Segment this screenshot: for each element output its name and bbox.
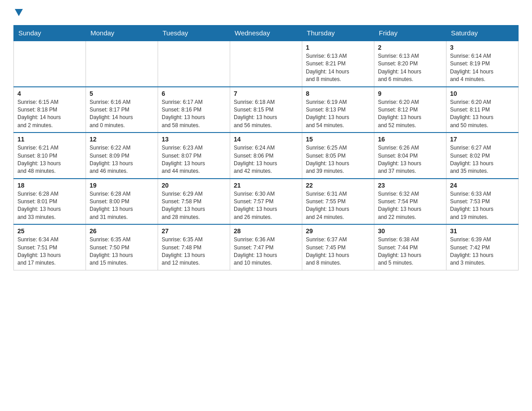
day-number: 28: [234, 227, 298, 235]
day-info: Sunrise: 6:19 AM Sunset: 8:13 PM Dayligh…: [306, 99, 349, 128]
day-info: Sunrise: 6:23 AM Sunset: 8:07 PM Dayligh…: [162, 145, 205, 174]
weekday-header-saturday: Saturday: [446, 26, 519, 41]
day-number: 26: [90, 227, 154, 235]
day-info: Sunrise: 6:27 AM Sunset: 8:02 PM Dayligh…: [450, 145, 493, 174]
calendar-cell: 1Sunrise: 6:13 AM Sunset: 8:21 PM Daylig…: [302, 41, 374, 87]
calendar-week-5: 25Sunrise: 6:34 AM Sunset: 7:51 PM Dayli…: [14, 224, 519, 270]
day-info: Sunrise: 6:26 AM Sunset: 8:04 PM Dayligh…: [378, 145, 421, 174]
day-info: Sunrise: 6:35 AM Sunset: 7:50 PM Dayligh…: [90, 236, 133, 266]
day-info: Sunrise: 6:28 AM Sunset: 8:01 PM Dayligh…: [17, 191, 61, 220]
day-info: Sunrise: 6:25 AM Sunset: 8:05 PM Dayligh…: [306, 145, 349, 174]
calendar-week-2: 4Sunrise: 6:15 AM Sunset: 8:18 PM Daylig…: [14, 87, 519, 133]
day-info: Sunrise: 6:36 AM Sunset: 7:47 PM Dayligh…: [234, 236, 277, 266]
calendar-cell: 8Sunrise: 6:19 AM Sunset: 8:13 PM Daylig…: [302, 87, 374, 133]
day-number: 9: [378, 90, 442, 97]
calendar-cell: 28Sunrise: 6:36 AM Sunset: 7:47 PM Dayli…: [230, 224, 302, 270]
day-number: 4: [17, 90, 82, 97]
day-number: 12: [90, 136, 154, 143]
calendar-table: SundayMondayTuesdayWednesdayThursdayFrid…: [13, 25, 519, 270]
day-info: Sunrise: 6:15 AM Sunset: 8:18 PM Dayligh…: [17, 99, 61, 128]
calendar-cell: [86, 41, 158, 87]
calendar-cell: [230, 41, 302, 87]
day-number: 8: [306, 90, 370, 97]
calendar-cell: [158, 41, 230, 87]
day-number: 1: [306, 44, 370, 51]
calendar-cell: 2Sunrise: 6:13 AM Sunset: 8:20 PM Daylig…: [374, 41, 446, 87]
day-info: Sunrise: 6:30 AM Sunset: 7:57 PM Dayligh…: [234, 191, 277, 220]
day-info: Sunrise: 6:20 AM Sunset: 8:12 PM Dayligh…: [378, 99, 421, 128]
day-info: Sunrise: 6:32 AM Sunset: 7:54 PM Dayligh…: [378, 191, 421, 220]
day-info: Sunrise: 6:39 AM Sunset: 7:42 PM Dayligh…: [450, 236, 493, 266]
day-info: Sunrise: 6:20 AM Sunset: 8:11 PM Dayligh…: [450, 99, 493, 128]
calendar-cell: 27Sunrise: 6:35 AM Sunset: 7:48 PM Dayli…: [158, 224, 230, 270]
day-info: Sunrise: 6:33 AM Sunset: 7:53 PM Dayligh…: [450, 191, 493, 220]
day-info: Sunrise: 6:17 AM Sunset: 8:16 PM Dayligh…: [162, 99, 205, 128]
day-info: Sunrise: 6:29 AM Sunset: 7:58 PM Dayligh…: [162, 191, 205, 220]
calendar-cell: 30Sunrise: 6:38 AM Sunset: 7:44 PM Dayli…: [374, 224, 446, 270]
weekday-header-wednesday: Wednesday: [230, 26, 302, 41]
logo: [13, 9, 23, 17]
weekday-header-monday: Monday: [86, 26, 158, 41]
day-number: 14: [234, 136, 298, 143]
calendar-header-row: SundayMondayTuesdayWednesdayThursdayFrid…: [14, 26, 519, 41]
day-info: Sunrise: 6:18 AM Sunset: 8:15 PM Dayligh…: [234, 99, 277, 128]
weekday-header-thursday: Thursday: [302, 26, 374, 41]
day-info: Sunrise: 6:37 AM Sunset: 7:45 PM Dayligh…: [306, 236, 349, 266]
calendar-cell: 13Sunrise: 6:23 AM Sunset: 8:07 PM Dayli…: [158, 133, 230, 179]
calendar-cell: 24Sunrise: 6:33 AM Sunset: 7:53 PM Dayli…: [446, 179, 519, 225]
day-number: 23: [378, 182, 442, 189]
calendar-week-4: 18Sunrise: 6:28 AM Sunset: 8:01 PM Dayli…: [14, 179, 519, 225]
page-header: [13, 9, 519, 17]
calendar-cell: 16Sunrise: 6:26 AM Sunset: 8:04 PM Dayli…: [374, 133, 446, 179]
calendar-cell: 26Sunrise: 6:35 AM Sunset: 7:50 PM Dayli…: [86, 224, 158, 270]
calendar-cell: 20Sunrise: 6:29 AM Sunset: 7:58 PM Dayli…: [158, 179, 230, 225]
day-info: Sunrise: 6:21 AM Sunset: 8:10 PM Dayligh…: [17, 145, 61, 174]
calendar-cell: 7Sunrise: 6:18 AM Sunset: 8:15 PM Daylig…: [230, 87, 302, 133]
day-number: 27: [162, 227, 226, 235]
calendar-cell: [14, 41, 86, 87]
day-number: 10: [450, 90, 515, 97]
day-number: 16: [378, 136, 442, 143]
calendar-cell: 25Sunrise: 6:34 AM Sunset: 7:51 PM Dayli…: [14, 224, 86, 270]
day-number: 31: [450, 227, 515, 235]
calendar-cell: 22Sunrise: 6:31 AM Sunset: 7:55 PM Dayli…: [302, 179, 374, 225]
day-info: Sunrise: 6:24 AM Sunset: 8:06 PM Dayligh…: [234, 145, 277, 174]
calendar-week-3: 11Sunrise: 6:21 AM Sunset: 8:10 PM Dayli…: [14, 133, 519, 179]
day-number: 24: [450, 182, 515, 189]
calendar-cell: 17Sunrise: 6:27 AM Sunset: 8:02 PM Dayli…: [446, 133, 519, 179]
day-info: Sunrise: 6:16 AM Sunset: 8:17 PM Dayligh…: [90, 99, 133, 128]
calendar-cell: 12Sunrise: 6:22 AM Sunset: 8:09 PM Dayli…: [86, 133, 158, 179]
day-info: Sunrise: 6:31 AM Sunset: 7:55 PM Dayligh…: [306, 191, 349, 220]
calendar-cell: 9Sunrise: 6:20 AM Sunset: 8:12 PM Daylig…: [374, 87, 446, 133]
day-info: Sunrise: 6:13 AM Sunset: 8:20 PM Dayligh…: [378, 53, 421, 82]
calendar-cell: 29Sunrise: 6:37 AM Sunset: 7:45 PM Dayli…: [302, 224, 374, 270]
calendar-cell: 23Sunrise: 6:32 AM Sunset: 7:54 PM Dayli…: [374, 179, 446, 225]
day-info: Sunrise: 6:35 AM Sunset: 7:48 PM Dayligh…: [162, 236, 205, 266]
day-number: 3: [450, 44, 515, 51]
day-number: 30: [378, 227, 442, 235]
calendar-cell: 3Sunrise: 6:14 AM Sunset: 8:19 PM Daylig…: [446, 41, 519, 87]
calendar-cell: 15Sunrise: 6:25 AM Sunset: 8:05 PM Dayli…: [302, 133, 374, 179]
day-number: 7: [234, 90, 298, 97]
day-number: 25: [17, 227, 82, 235]
day-info: Sunrise: 6:22 AM Sunset: 8:09 PM Dayligh…: [90, 145, 133, 174]
day-number: 6: [162, 90, 226, 97]
day-number: 22: [306, 182, 370, 189]
day-number: 29: [306, 227, 370, 235]
calendar-cell: 11Sunrise: 6:21 AM Sunset: 8:10 PM Dayli…: [14, 133, 86, 179]
day-number: 5: [90, 90, 154, 97]
day-info: Sunrise: 6:34 AM Sunset: 7:51 PM Dayligh…: [17, 236, 61, 266]
calendar-cell: 6Sunrise: 6:17 AM Sunset: 8:16 PM Daylig…: [158, 87, 230, 133]
day-number: 18: [17, 182, 82, 189]
calendar-cell: 4Sunrise: 6:15 AM Sunset: 8:18 PM Daylig…: [14, 87, 86, 133]
day-number: 15: [306, 136, 370, 143]
calendar-cell: 19Sunrise: 6:28 AM Sunset: 8:00 PM Dayli…: [86, 179, 158, 225]
calendar-week-1: 1Sunrise: 6:13 AM Sunset: 8:21 PM Daylig…: [14, 41, 519, 87]
day-number: 13: [162, 136, 226, 143]
calendar-cell: 10Sunrise: 6:20 AM Sunset: 8:11 PM Dayli…: [446, 87, 519, 133]
day-number: 11: [17, 136, 82, 143]
calendar-cell: 31Sunrise: 6:39 AM Sunset: 7:42 PM Dayli…: [446, 224, 519, 270]
day-number: 19: [90, 182, 154, 189]
weekday-header-tuesday: Tuesday: [158, 26, 230, 41]
day-info: Sunrise: 6:13 AM Sunset: 8:21 PM Dayligh…: [306, 53, 349, 82]
